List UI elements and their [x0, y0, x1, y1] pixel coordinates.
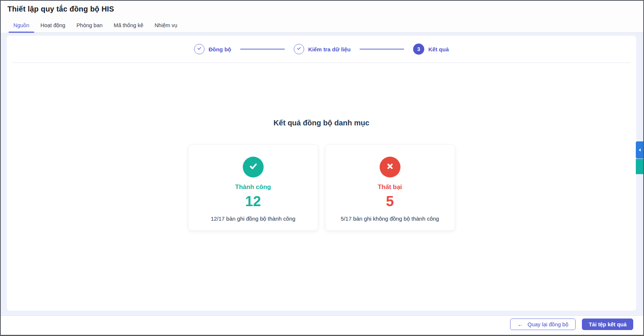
- edge-tab-teal[interactable]: [636, 159, 643, 174]
- content-area: Đồng bộ Kiểm tra dữ liệu: [1, 33, 643, 316]
- failure-description: 5/17 bản ghi không đồng bộ thành công: [325, 215, 455, 222]
- result-cards: Thành công 12 12/17 bản ghi đồng bộ thàn…: [7, 144, 636, 231]
- check-icon: [296, 46, 302, 52]
- failure-circle: [380, 157, 400, 177]
- tab-nguon[interactable]: Nguồn: [8, 18, 35, 32]
- step-kiem-tra-du-lieu: Kiểm tra dữ liệu: [294, 44, 351, 54]
- step-ket-qua: 3 Kết quả: [413, 44, 449, 55]
- stepper-divider: [12, 63, 631, 63]
- step-complete-circle: [194, 44, 205, 54]
- download-results-label: Tải tệp kết quả: [589, 321, 627, 327]
- step-active-circle: 3: [413, 44, 424, 55]
- collapse-panel-handle[interactable]: [636, 141, 643, 159]
- app-window: Thiết lập quy tắc đồng bộ HIS Nguồn Hoạt…: [0, 0, 644, 336]
- step-connector: [240, 49, 285, 49]
- stepper: Đồng bộ Kiểm tra dữ liệu: [7, 36, 636, 63]
- success-label: Thành công: [189, 183, 318, 191]
- x-icon: [385, 161, 395, 173]
- back-to-sync-label: Quay lại đồng bộ: [528, 321, 569, 327]
- content-panel: Đồng bộ Kiểm tra dữ liệu: [7, 36, 636, 311]
- download-results-button[interactable]: Tải tệp kết quả: [582, 319, 633, 330]
- tab-phong-ban[interactable]: Phòng ban: [71, 18, 108, 32]
- arrow-left-icon: ←: [518, 321, 523, 327]
- step-connector: [360, 49, 404, 49]
- tab-bar: Nguồn Hoạt động Phòng ban Mã thống kê Nh…: [7, 18, 643, 33]
- step-label: Đồng bộ: [209, 46, 231, 52]
- chevron-left-icon: [639, 148, 641, 151]
- success-card: Thành công 12 12/17 bản ghi đồng bộ thàn…: [188, 144, 318, 231]
- back-to-sync-button[interactable]: ← Quay lại đồng bộ: [510, 319, 576, 330]
- header: Thiết lập quy tắc đồng bộ HIS Nguồn Hoạt…: [1, 1, 643, 33]
- success-count: 12: [189, 194, 318, 209]
- step-label: Kết quả: [428, 46, 449, 52]
- tab-hoat-dong[interactable]: Hoạt động: [35, 18, 71, 32]
- success-circle: [243, 157, 264, 177]
- failure-count: 5: [325, 194, 455, 209]
- footer: ← Quay lại đồng bộ Tải tệp kết quả: [1, 316, 643, 333]
- check-icon: [197, 46, 202, 52]
- check-icon: [248, 161, 259, 173]
- step-number: 3: [417, 46, 420, 52]
- tab-nhiem-vu[interactable]: Nhiệm vụ: [149, 18, 183, 32]
- success-description: 12/17 bản ghi đồng bộ thành công: [189, 215, 318, 222]
- results-title: Kết quả đồng bộ danh mục: [7, 119, 636, 127]
- failure-card: Thất bại 5 5/17 bản ghi không đồng bộ th…: [325, 144, 455, 231]
- step-label: Kiểm tra dữ liệu: [308, 46, 351, 52]
- tab-ma-thong-ke[interactable]: Mã thống kê: [108, 18, 149, 32]
- page-title: Thiết lập quy tắc đồng bộ HIS: [7, 5, 643, 13]
- failure-label: Thất bại: [325, 183, 455, 191]
- step-dong-bo: Đồng bộ: [194, 44, 231, 54]
- step-complete-circle: [294, 44, 304, 54]
